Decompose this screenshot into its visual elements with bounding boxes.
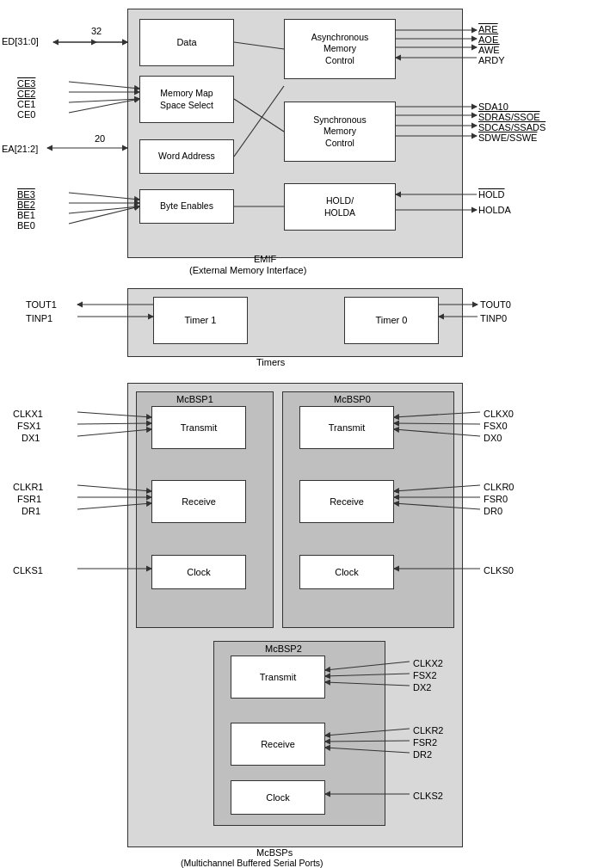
hold-text: HOLD/HOLDA — [324, 195, 355, 219]
timer0-box: Timer 0 — [344, 297, 439, 344]
clkr2-label: CLKR2 — [413, 725, 443, 736]
emif-label1: EMIF — [254, 254, 276, 264]
ed-label: ED[31:0] — [2, 36, 39, 46]
timers-label: Timers — [256, 357, 285, 367]
awe-label: AWE — [478, 45, 500, 55]
tinp1-label: TINP1 — [26, 313, 52, 323]
holda-label: HOLDA — [478, 205, 511, 215]
num20-label: 20 — [95, 133, 105, 144]
clks2-label: CLKS2 — [413, 791, 443, 801]
fsx2-label: FSX2 — [413, 670, 437, 680]
fsx0-label: FSX0 — [484, 421, 508, 431]
be1-label: BE1 — [17, 210, 35, 220]
tout1-label: TOUT1 — [26, 299, 57, 310]
dr2-label: DR2 — [413, 749, 432, 760]
ce2-label: CE2 — [17, 89, 35, 99]
mcbsp2-transmit: Transmit — [231, 656, 325, 699]
clks1-label: CLKS1 — [13, 565, 43, 576]
diagram: EMIF (External Memory Interface) Data Me… — [0, 0, 610, 868]
mcbsp1-transmit: Transmit — [151, 406, 246, 449]
hold-label: HOLD — [478, 189, 505, 200]
ardy-label: ARDY — [478, 55, 505, 65]
ea-label: EA[21:2] — [2, 144, 38, 154]
memmap-text: Memory MapSpace Select — [160, 88, 213, 111]
emif-label2: (External Memory Interface) — [189, 265, 306, 275]
mcbsp1-receive: Receive — [151, 480, 246, 523]
sda10-label: SDA10 — [478, 102, 508, 112]
be0-label: BE0 — [17, 220, 35, 231]
sdwe-label: SDWE/SSWE — [478, 132, 537, 143]
dx1-label: DX1 — [22, 433, 40, 443]
clkr0-label: CLKR0 — [484, 482, 514, 492]
async-text: AsynchronousMemoryControl — [311, 32, 369, 67]
mcbsp0-receive: Receive — [299, 480, 394, 523]
clkx0-label: CLKX0 — [484, 409, 514, 419]
sdcas-label: SDCAS/SSADS — [478, 122, 545, 132]
sdras-label: SDRAS/SSOE — [478, 112, 540, 122]
dr1-label: DR1 — [22, 506, 40, 516]
fsr1-label: FSR1 — [17, 494, 41, 504]
fsr0-label: FSR0 — [484, 494, 508, 504]
ce3-label: CE3 — [17, 78, 35, 89]
clkx2-label: CLKX2 — [413, 658, 443, 668]
mcbsp2-label: McBSP2 — [265, 643, 302, 654]
ce0-label: CE0 — [17, 109, 35, 120]
mcbsp0-label: McBSP0 — [334, 394, 371, 404]
fsr2-label: FSR2 — [413, 737, 437, 748]
fsx1-label: FSX1 — [17, 421, 41, 431]
mcbsp1-label: McBSP1 — [176, 394, 213, 404]
mcbsp2-clock: Clock — [231, 780, 325, 815]
mcbsp1-clock: Clock — [151, 555, 246, 589]
aoe-label: AOE — [478, 34, 498, 45]
be3-label: BE3 — [17, 189, 35, 200]
num32-label: 32 — [91, 26, 102, 36]
dx0-label: DX0 — [484, 433, 502, 443]
mcbsp0-transmit: Transmit — [299, 406, 394, 449]
sync-box: SynchronousMemoryControl — [284, 102, 396, 162]
dr0-label: DR0 — [484, 506, 502, 516]
byteen-box: Byte Enables — [139, 189, 234, 224]
wordaddr-box: Word Address — [139, 139, 234, 174]
mcbsp0-clock: Clock — [299, 555, 394, 589]
async-box: AsynchronousMemoryControl — [284, 19, 396, 79]
tinp0-label: TINP0 — [480, 313, 507, 323]
timer1-box: Timer 1 — [153, 297, 248, 344]
clks0-label: CLKS0 — [484, 565, 514, 576]
dx2-label: DX2 — [413, 682, 431, 693]
be2-label: BE2 — [17, 200, 35, 210]
hold-box: HOLD/HOLDA — [284, 183, 396, 231]
mcbsps-label1: McBSPs — [256, 847, 293, 858]
ce1-label: CE1 — [17, 99, 35, 109]
sync-text: SynchronousMemoryControl — [313, 114, 366, 150]
data-box: Data — [139, 19, 234, 66]
mcbsps-label2: (Multichannel Buffered Serial Ports) — [181, 858, 323, 868]
mcbsp2-receive: Receive — [231, 723, 325, 766]
clkx1-label: CLKX1 — [13, 409, 43, 419]
clkr1-label: CLKR1 — [13, 482, 43, 492]
tout0-label: TOUT0 — [480, 299, 511, 310]
memmap-box: Memory MapSpace Select — [139, 76, 234, 123]
are-label: ARE — [478, 24, 498, 34]
